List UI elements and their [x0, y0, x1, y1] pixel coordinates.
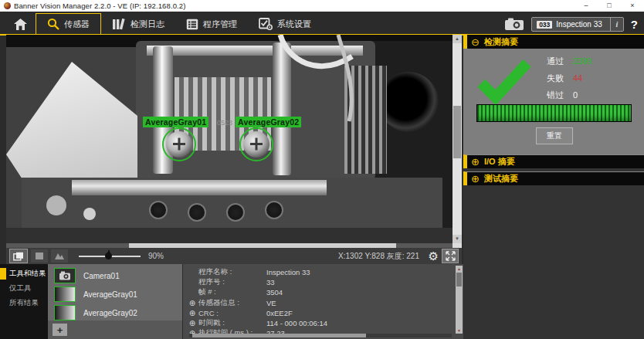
info-value: 3504 — [266, 288, 283, 297]
close-button[interactable]: × — [621, 0, 644, 12]
expand-icon[interactable]: ⊕ — [471, 174, 480, 184]
expand-icon[interactable]: ⊕ — [471, 157, 480, 167]
results-sidebar: 工具和结果 仅工具 所有结果 — [0, 264, 48, 339]
gear-icon[interactable]: ⚙ — [429, 249, 439, 263]
tab-program-manager[interactable]: 程序管理 — [175, 14, 248, 34]
roi-circle-averagegray02[interactable] — [239, 127, 273, 161]
tool-list-footer: + — [48, 320, 182, 339]
books-icon — [112, 19, 126, 30]
info-value: 0xEE2F — [266, 309, 293, 317]
info-value: VE — [266, 299, 276, 307]
test-summary-header[interactable]: ⊕ 测试摘要 — [463, 171, 644, 185]
zoom-slider-handle[interactable] — [105, 253, 112, 259]
sidebar-item-tools-only[interactable]: 仅工具 — [0, 281, 48, 296]
inspection-info-button[interactable]: i — [610, 18, 623, 31]
scroll-up-icon[interactable]: ▲ — [452, 35, 462, 43]
gradient-thumbnail-icon — [54, 286, 76, 302]
expand-icon[interactable]: ⊕ — [188, 299, 197, 307]
expand-icon[interactable]: ⊕ — [188, 319, 197, 327]
camera-image-canvas[interactable]: AverageGray01 AverageGray02 0523 — [6, 35, 452, 243]
sidebar-item-all-results[interactable]: 所有结果 — [0, 296, 48, 310]
tool-name: AverageGray02 — [83, 309, 137, 317]
roi-label-averagegray01[interactable]: AverageGray01 — [143, 117, 208, 127]
info-label: 时间戳 : — [198, 318, 266, 328]
info-horizontal-scrollbar[interactable] — [189, 334, 452, 337]
maximize-button[interactable]: □ — [598, 0, 621, 12]
view-layers-button[interactable] — [9, 249, 28, 263]
info-vscroll-thumb[interactable] — [456, 273, 462, 286]
test-summary-title: 测试摘要 — [484, 173, 518, 185]
pass-count-row: 通过 2389 — [547, 53, 591, 69]
tool-name: Camera01 — [83, 272, 120, 280]
camera-thumbnail-icon — [54, 268, 76, 283]
view-histogram-button[interactable] — [51, 249, 68, 263]
fail-value: 44 — [573, 69, 582, 86]
io-summary-header[interactable]: ⊕ I/O 摘要 — [463, 154, 644, 168]
photo-solder — [46, 195, 66, 215]
info-label: 程序名称 : — [198, 267, 266, 277]
info-value: Inspection 33 — [266, 268, 310, 276]
fullscreen-arrows-icon — [446, 251, 456, 261]
view-single-button[interactable] — [31, 249, 48, 263]
reset-button[interactable]: 重置 — [536, 127, 573, 144]
scroll-up-icon: ▲ — [456, 266, 463, 272]
roi-circle-averagegray01[interactable] — [162, 127, 196, 161]
inspection-summary-title: 检测摘要 — [484, 36, 518, 48]
sidebar-item-tools-and-results[interactable]: 工具和结果 — [0, 266, 48, 281]
inspection-name: Inspection 33 — [556, 20, 610, 29]
info-label: 传感器信息 : — [198, 298, 266, 308]
fail-label: 失败 — [547, 69, 567, 86]
fullscreen-button[interactable] — [442, 249, 459, 263]
tool-row-camera01[interactable]: Camera01 — [48, 266, 182, 285]
tool-row-averagegray02[interactable]: AverageGray02 — [48, 303, 182, 322]
capture-image-button[interactable] — [504, 18, 524, 31]
pass-rate-bar — [476, 104, 632, 122]
app-icon — [4, 2, 11, 9]
tab-home[interactable] — [5, 14, 36, 34]
roi-label-averagegray02[interactable]: AverageGray02 — [236, 117, 301, 127]
photo-bottom-shadow — [6, 228, 452, 243]
info-label: 程序号 : — [198, 277, 266, 287]
miss-value: 0 — [573, 86, 578, 103]
info-hscroll-thumb[interactable] — [192, 334, 366, 337]
inspection-summary-header[interactable]: ⊖ 检测摘要 — [463, 35, 644, 49]
photo-pad — [226, 203, 245, 222]
tab-log-label: 检测日志 — [130, 19, 164, 30]
tab-settings-label: 系统设置 — [277, 19, 311, 30]
help-button[interactable]: ? — [631, 18, 638, 31]
minimize-button[interactable]: – — [575, 0, 598, 12]
viewer-vertical-scrollbar[interactable]: ▲ ▼ — [452, 35, 462, 243]
io-summary-title: I/O 摘要 — [484, 156, 515, 168]
info-vertical-scrollbar[interactable]: ▲ ▼ — [456, 266, 463, 334]
viewer-vscroll-thumb[interactable] — [453, 106, 461, 158]
tab-inspection-log[interactable]: 检测日志 — [101, 14, 175, 34]
tool-row-averagegray01[interactable]: AverageGray01 — [48, 285, 182, 303]
photo-solder — [83, 208, 96, 220]
tab-sensor[interactable]: 传感器 — [36, 13, 101, 34]
inspection-summary-body: 通过 2389 失败 44 错过 0 重置 — [463, 49, 644, 154]
miss-count-row: 错过 0 — [547, 86, 591, 103]
pass-value: 2389 — [573, 53, 591, 69]
expand-icon[interactable]: ⊕ — [188, 309, 197, 317]
window-title: Banner Vision Manager 2.2.0 - VE (IP: 19… — [14, 2, 185, 10]
info-row: ⊕ 时间戳 : 114 - 000 00:06:14 — [183, 318, 463, 328]
photo-metal-bar — [72, 180, 327, 195]
settings-checklist-icon — [259, 18, 273, 30]
magnifier-icon — [47, 18, 59, 30]
gradient-thumbnail-icon — [54, 305, 76, 320]
inspection-selector[interactable]: 033 Inspection 33 i — [531, 17, 624, 32]
scroll-down-icon: ▼ — [456, 327, 463, 334]
collapse-icon[interactable]: ⊖ — [471, 37, 480, 47]
add-tool-button[interactable]: + — [53, 324, 67, 336]
titlebar: Banner Vision Manager 2.2.0 - VE (IP: 19… — [0, 0, 644, 12]
tab-system-settings[interactable]: 系统设置 — [248, 14, 322, 34]
zoom-slider[interactable] — [79, 249, 141, 263]
info-label: 帧 # : — [198, 287, 266, 297]
right-panel: ⊖ 检测摘要 通过 2389 失败 44 错过 0 — [463, 35, 644, 339]
photo-pad — [188, 203, 206, 222]
info-row: 程序号 : 33 — [183, 277, 463, 287]
scroll-down-icon[interactable]: ▼ — [452, 235, 462, 243]
fail-count-row: 失败 44 — [547, 69, 591, 86]
tool-name: AverageGray01 — [83, 290, 137, 299]
photo-etched-text: 0523 — [217, 119, 232, 127]
